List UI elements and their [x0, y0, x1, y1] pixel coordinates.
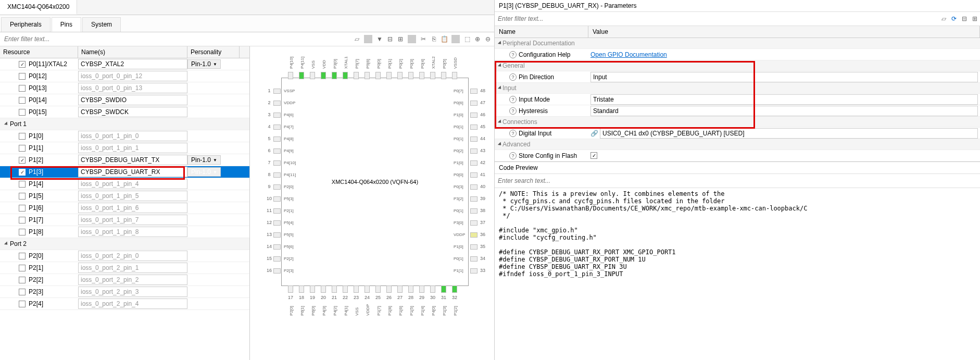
device-tab[interactable]: XMC1404-Q064x0200: [0, 0, 77, 15]
pin-row[interactable]: P2[0]: [0, 250, 249, 262]
pin-row[interactable]: P0[12]: [0, 70, 249, 82]
pin-name-input[interactable]: [78, 215, 187, 225]
chip-pin[interactable]: [365, 285, 370, 293]
params-header-value[interactable]: Value: [588, 26, 980, 38]
chip-pin[interactable]: [375, 72, 381, 79]
zoom-in-icon[interactable]: ⊕: [473, 35, 482, 43]
digital-input-value[interactable]: [600, 128, 978, 139]
chip-pin[interactable]: [470, 125, 478, 130]
chip-pin[interactable]: [470, 196, 478, 202]
pin-name-input[interactable]: [78, 275, 187, 285]
pin-name-input[interactable]: [78, 191, 187, 201]
pin-row[interactable]: P1[1]: [0, 142, 249, 154]
chip-pin[interactable]: [273, 184, 281, 190]
chip-pin[interactable]: [343, 285, 348, 293]
pin-row[interactable]: P1[4]: [0, 178, 249, 190]
chip-pin[interactable]: [273, 256, 281, 262]
pin-checkbox[interactable]: [19, 229, 26, 235]
group-connections[interactable]: Connections: [495, 117, 980, 128]
pin-name-input[interactable]: [78, 71, 187, 81]
chip-pin[interactable]: [273, 232, 281, 238]
chip-pin[interactable]: [273, 148, 281, 154]
pin-checkbox[interactable]: [19, 193, 26, 200]
store-flash-checkbox[interactable]: [590, 152, 597, 159]
chip-pin[interactable]: [470, 220, 478, 226]
pin-name-input[interactable]: [78, 227, 187, 237]
chip-pin[interactable]: [470, 256, 478, 262]
input-mode-value[interactable]: [590, 94, 978, 105]
chip-pin[interactable]: [273, 136, 281, 142]
pin-name-input[interactable]: [78, 107, 187, 117]
chip-pin[interactable]: [430, 72, 435, 79]
chip-pin[interactable]: [273, 101, 281, 106]
pin-row[interactable]: P1[5]: [0, 190, 249, 202]
pin-row[interactable]: P0[15]: [0, 106, 249, 118]
pin-row[interactable]: P0[13]: [0, 82, 249, 94]
pin-checkbox[interactable]: [19, 73, 26, 80]
chip-pin[interactable]: [321, 285, 326, 293]
help-icon[interactable]: ?: [509, 73, 517, 81]
pin-row[interactable]: P2[1]: [0, 262, 249, 274]
help-icon[interactable]: ?: [509, 107, 517, 115]
zoom-fit-icon[interactable]: ⬚: [463, 35, 471, 43]
pin-name-input[interactable]: [78, 83, 187, 93]
chip-pin[interactable]: [273, 208, 281, 214]
filter-input[interactable]: [2, 33, 353, 45]
pin-name-input[interactable]: [78, 203, 187, 213]
chip-pin[interactable]: [408, 285, 413, 293]
pin-name-input[interactable]: [78, 287, 187, 297]
pin-direction-value[interactable]: [590, 72, 978, 82]
pin-checkbox[interactable]: [19, 97, 26, 104]
chip-pin[interactable]: [273, 113, 281, 118]
chip-pin[interactable]: [397, 285, 403, 293]
chip-pin[interactable]: [321, 72, 326, 79]
chip-pin[interactable]: [288, 285, 293, 293]
chip-pin[interactable]: [273, 220, 281, 226]
chip-pin[interactable]: [470, 113, 478, 118]
collapse-icon[interactable]: ⊟: [386, 35, 394, 43]
gpio-doc-link[interactable]: Open GPIO Documentation: [590, 51, 667, 58]
pin-row[interactable]: P2[3]: [0, 286, 249, 298]
pin-name-input[interactable]: [78, 155, 187, 165]
personality-select[interactable]: Pin-1.0 ▼: [187, 155, 221, 165]
chip-pin[interactable]: [343, 72, 348, 79]
chip-pin[interactable]: [354, 72, 359, 79]
chip-pin[interactable]: [332, 72, 337, 79]
pin-checkbox[interactable]: [19, 205, 26, 212]
cut-icon[interactable]: ✂: [419, 35, 428, 43]
expand-icon[interactable]: ⊞: [396, 35, 405, 43]
header-personality[interactable]: Personality: [187, 46, 240, 58]
help-icon[interactable]: ?: [509, 96, 517, 103]
pin-checkbox[interactable]: [19, 157, 26, 164]
code-body[interactable]: /* NOTE: This is a preview only. It comb…: [495, 188, 980, 360]
chip-pin[interactable]: [273, 268, 281, 274]
chip-pin[interactable]: [310, 72, 315, 79]
pin-checkbox[interactable]: [19, 109, 26, 116]
chip-pin[interactable]: [332, 285, 337, 293]
pin-name-input[interactable]: [78, 299, 187, 309]
collapse-all-icon[interactable]: ⊟: [960, 15, 969, 23]
pin-name-input[interactable]: [78, 143, 187, 153]
pin-checkbox[interactable]: [19, 61, 26, 68]
copy-icon[interactable]: ⎘: [430, 35, 438, 43]
pin-checkbox[interactable]: [19, 277, 26, 283]
chip-pin[interactable]: [408, 72, 413, 79]
chip-pin[interactable]: [386, 285, 392, 293]
pin-name-input[interactable]: [78, 59, 187, 69]
chip-pin[interactable]: [470, 136, 478, 142]
link-icon[interactable]: 🔗: [590, 130, 598, 137]
tab-system[interactable]: System: [82, 17, 121, 32]
pin-row[interactable]: P2[2]: [0, 274, 249, 286]
help-icon[interactable]: ?: [509, 51, 517, 58]
help-icon[interactable]: ?: [509, 152, 517, 159]
chip-pin[interactable]: [273, 89, 281, 94]
chip-pin[interactable]: [299, 285, 304, 293]
pin-row[interactable]: P1[3]Pin-1.0 ▼: [0, 166, 249, 178]
chip-pin[interactable]: [299, 72, 304, 79]
paste-icon[interactable]: 📋: [440, 35, 448, 43]
pin-name-input[interactable]: [78, 95, 187, 105]
tab-pins[interactable]: Pins: [52, 17, 81, 32]
chip-pin[interactable]: [441, 285, 446, 293]
pin-row[interactable]: P1[0]: [0, 130, 249, 142]
pin-row[interactable]: P2[4]: [0, 298, 249, 310]
